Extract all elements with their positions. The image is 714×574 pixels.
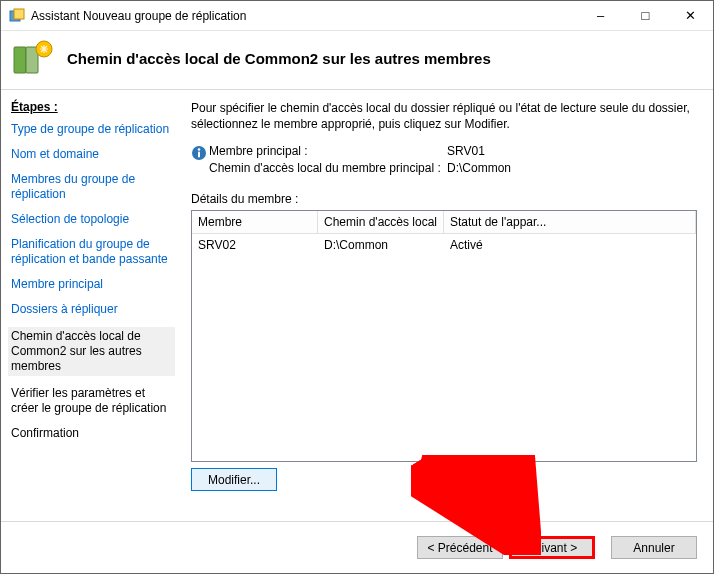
step-nom-domaine[interactable]: Nom et domaine — [11, 147, 175, 162]
principal-member-value: SRV01 — [447, 144, 485, 158]
wizard-header: Chemin d'accès local de Common2 sur les … — [1, 31, 713, 90]
cell-chemin: D:\Common — [318, 234, 444, 256]
svg-rect-7 — [198, 152, 200, 158]
window-controls: – □ ✕ — [578, 1, 713, 30]
instruction-text: Pour spécifier le chemin d'accès local d… — [191, 100, 697, 132]
principal-path-label: Chemin d'accès local du membre principal… — [209, 161, 447, 175]
app-icon — [9, 8, 25, 24]
step-type-groupe[interactable]: Type de groupe de réplication — [11, 122, 175, 137]
col-statut[interactable]: Statut de l'appar... — [444, 211, 696, 234]
steps-heading: Étapes : — [11, 100, 175, 114]
page-title: Chemin d'accès local de Common2 sur les … — [67, 50, 491, 67]
table-row[interactable]: SRV02 D:\Common Activé — [192, 234, 696, 256]
window-title: Assistant Nouveau groupe de réplication — [31, 9, 578, 23]
titlebar: Assistant Nouveau groupe de réplication … — [1, 1, 713, 31]
wizard-icon — [11, 37, 53, 79]
step-confirmation: Confirmation — [11, 426, 175, 441]
wizard-body: Étapes : Type de groupe de réplication N… — [1, 90, 713, 521]
member-details-grid[interactable]: Membre Chemin d'accès local Statut de l'… — [191, 210, 697, 462]
col-membre[interactable]: Membre — [192, 211, 318, 234]
principal-member-label: Membre principal : — [209, 144, 447, 158]
step-membre-principal[interactable]: Membre principal — [11, 277, 175, 292]
step-dossiers[interactable]: Dossiers à répliquer — [11, 302, 175, 317]
grid-header: Membre Chemin d'accès local Statut de l'… — [192, 211, 696, 234]
step-membres[interactable]: Membres du groupe de réplication — [11, 172, 175, 202]
wizard-footer: < Précédent Suivant > Annuler — [1, 521, 713, 573]
svg-rect-1 — [14, 9, 24, 19]
cell-statut: Activé — [444, 234, 696, 256]
main-panel: Pour spécifier le chemin d'accès local d… — [183, 90, 713, 521]
step-chemin-local[interactable]: Chemin d'accès local de Common2 sur les … — [8, 327, 175, 376]
svg-rect-2 — [14, 47, 26, 73]
wizard-window: Assistant Nouveau groupe de réplication … — [0, 0, 714, 574]
modifier-button[interactable]: Modifier... — [191, 468, 277, 491]
col-chemin[interactable]: Chemin d'accès local — [318, 211, 444, 234]
maximize-button[interactable]: □ — [623, 1, 668, 30]
info-icon — [191, 144, 209, 164]
next-button[interactable]: Suivant > — [509, 536, 595, 559]
cell-membre: SRV02 — [192, 234, 318, 256]
details-label: Détails du membre : — [191, 192, 697, 206]
cancel-button[interactable]: Annuler — [611, 536, 697, 559]
previous-button[interactable]: < Précédent — [417, 536, 503, 559]
principal-info: Membre principal : SRV01 Chemin d'accès … — [191, 144, 697, 178]
step-topologie[interactable]: Sélection de topologie — [11, 212, 175, 227]
svg-point-6 — [198, 149, 201, 152]
step-planification[interactable]: Planification du groupe de réplication e… — [11, 237, 175, 267]
steps-sidebar: Étapes : Type de groupe de réplication N… — [1, 90, 183, 521]
step-verifier: Vérifier les paramètres et créer le grou… — [11, 386, 175, 416]
minimize-button[interactable]: – — [578, 1, 623, 30]
close-button[interactable]: ✕ — [668, 1, 713, 30]
principal-path-value: D:\Common — [447, 161, 511, 175]
